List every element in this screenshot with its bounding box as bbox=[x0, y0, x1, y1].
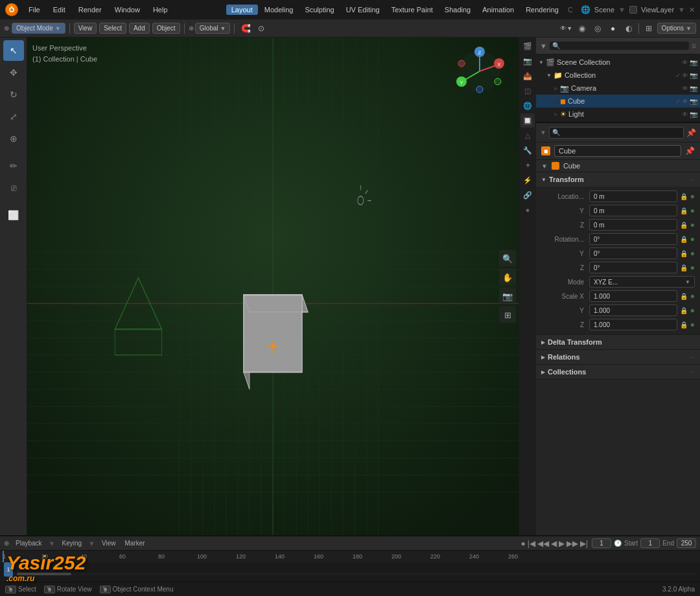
viewport-shading-3[interactable]: ● bbox=[606, 21, 620, 36]
pan-btn[interactable]: ✋ bbox=[499, 269, 516, 286]
tl-marker[interactable]: Marker bbox=[122, 539, 147, 547]
coll-eye-btn[interactable]: ✓ bbox=[675, 72, 681, 79]
outliner-menu-icon[interactable]: ≡ bbox=[692, 41, 696, 51]
viewport-gizmo[interactable]: Z X Y bbox=[454, 45, 506, 97]
transform-dots[interactable]: ··· bbox=[690, 176, 695, 183]
location-x-value[interactable]: 0 m bbox=[589, 190, 677, 202]
scene-collection-item[interactable]: ▼ 🎬 Scene Collection 👁 📷 bbox=[536, 56, 700, 69]
location-x-lock[interactable]: 🔒 bbox=[680, 193, 688, 200]
proportional-edit[interactable]: ⊙ bbox=[254, 21, 268, 36]
menu-edit[interactable]: Edit bbox=[48, 5, 71, 15]
start-frame-input[interactable]: 1 bbox=[640, 538, 660, 548]
object-menu[interactable]: Object bbox=[152, 23, 180, 34]
workspace-texture[interactable]: Texture Paint bbox=[386, 5, 438, 15]
props-constraints-icon[interactable]: 🔗 bbox=[520, 188, 535, 202]
rotation-x-dot[interactable]: ● bbox=[690, 235, 695, 244]
camera-view-btn[interactable]: 📷 bbox=[499, 288, 516, 304]
add-cube-tool[interactable]: ⬜ bbox=[3, 205, 24, 225]
cube-eye2-btn[interactable]: 👁 bbox=[682, 98, 688, 105]
editor-type[interactable]: ⊞ bbox=[642, 21, 656, 36]
workspace-uv[interactable]: UV Editing bbox=[341, 5, 385, 15]
location-y-value[interactable]: 0 m bbox=[589, 205, 677, 216]
cube-render-btn[interactable]: 📷 bbox=[690, 98, 697, 105]
next-frame-btn[interactable]: ▶▶ bbox=[566, 539, 578, 548]
workspace-modeling[interactable]: Modeling bbox=[259, 5, 299, 15]
zoom-in-btn[interactable]: 🔍 bbox=[499, 250, 516, 267]
transform-tool[interactable]: ⊕ bbox=[3, 128, 24, 149]
collections-header[interactable]: ▶ Collections ··· bbox=[536, 365, 700, 379]
menu-render[interactable]: Render bbox=[73, 5, 107, 15]
coll-render-btn[interactable]: 📷 bbox=[690, 72, 697, 79]
props-modifier-icon[interactable]: 🔧 bbox=[520, 143, 535, 157]
tl-keying[interactable]: Keying bbox=[59, 539, 84, 547]
location-z-dot[interactable]: ● bbox=[690, 220, 695, 229]
cursor-tool[interactable]: ↖ bbox=[3, 40, 24, 61]
rotation-y-lock[interactable]: 🔒 bbox=[680, 250, 688, 257]
scene-eye-btn[interactable]: 👁 bbox=[682, 59, 688, 66]
play-btn[interactable]: ▶ bbox=[559, 539, 565, 548]
rotation-z-dot[interactable]: ● bbox=[690, 263, 695, 272]
cube-item[interactable]: ▶ ◼ Cube ✓ 👁 📷 bbox=[536, 95, 700, 108]
view-menu[interactable]: View bbox=[74, 23, 97, 34]
rotation-y-dot[interactable]: ● bbox=[690, 249, 695, 258]
mode-select[interactable]: XYZ E... ▼ bbox=[589, 276, 695, 288]
tl-playback[interactable]: Playback bbox=[13, 539, 45, 547]
props-search-box[interactable]: 🔍 bbox=[549, 127, 684, 139]
rotation-z-value[interactable]: 0° bbox=[589, 262, 677, 273]
light-render-btn[interactable]: 📷 bbox=[690, 111, 697, 118]
scale-z-lock[interactable]: 🔒 bbox=[680, 321, 688, 328]
annotate-tool[interactable]: ✏ bbox=[3, 155, 24, 176]
end-frame-input[interactable]: 250 bbox=[677, 538, 696, 548]
skip-end-btn[interactable]: ▶| bbox=[580, 539, 588, 548]
skip-start-btn[interactable]: |◀ bbox=[528, 539, 535, 548]
workspace-layout[interactable]: Layout bbox=[226, 5, 258, 15]
light-eye-btn[interactable]: 👁 bbox=[682, 111, 688, 118]
relations-header[interactable]: ▶ Relations ··· bbox=[536, 350, 700, 364]
overlay-dropdown[interactable]: 👁▼ bbox=[559, 21, 574, 36]
scale-y-dot[interactable]: ● bbox=[690, 306, 695, 315]
measure-tool[interactable]: ⎚ bbox=[3, 178, 24, 198]
scale-z-dot[interactable]: ● bbox=[690, 320, 695, 329]
grid-view-btn[interactable]: ⊞ bbox=[499, 306, 516, 323]
scale-x-value[interactable]: 1.000 bbox=[589, 290, 677, 302]
transform-dropdown[interactable]: Global ▼ bbox=[195, 23, 231, 34]
location-x-dot[interactable]: ● bbox=[690, 192, 695, 201]
props-object-icon[interactable]: 🔲 bbox=[520, 113, 535, 128]
select-menu[interactable]: Select bbox=[99, 23, 126, 34]
menu-help[interactable]: Help bbox=[148, 5, 173, 15]
scene-render-btn[interactable]: 📷 bbox=[690, 59, 697, 66]
snap-toggle[interactable]: 🧲 bbox=[239, 21, 253, 36]
rotation-x-lock[interactable]: 🔒 bbox=[680, 236, 688, 243]
location-y-dot[interactable]: ● bbox=[690, 206, 695, 215]
move-tool[interactable]: ✥ bbox=[3, 62, 24, 83]
menu-window[interactable]: Window bbox=[110, 5, 145, 15]
props-scene-icon[interactable]: 🎬 bbox=[520, 39, 535, 53]
viewport-shading-1[interactable]: ◉ bbox=[575, 21, 589, 36]
props-physics-icon[interactable]: ⚡ bbox=[520, 173, 535, 187]
object-mode-dropdown[interactable]: Object Mode ▼ bbox=[12, 23, 65, 34]
props-object-data-icon[interactable]: △ bbox=[520, 128, 535, 143]
scale-x-dot[interactable]: ● bbox=[690, 292, 695, 301]
transform-header[interactable]: ▼ Transform ··· bbox=[536, 172, 700, 187]
props-output-icon[interactable]: 📤 bbox=[520, 69, 535, 83]
coll-eye2-btn[interactable]: 👁 bbox=[682, 72, 688, 79]
rotation-x-value[interactable]: 0° bbox=[589, 233, 677, 245]
props-materials-icon[interactable]: ● bbox=[520, 203, 535, 217]
collections-dots[interactable]: ··· bbox=[690, 369, 695, 376]
cam-eye-btn[interactable]: 👁 bbox=[682, 85, 688, 92]
delta-transform-header[interactable]: ▶ Delta Transform bbox=[536, 335, 700, 349]
workspace-sculpting[interactable]: Sculpting bbox=[299, 5, 339, 15]
location-y-lock[interactable]: 🔒 bbox=[680, 207, 688, 214]
object-name-input[interactable] bbox=[554, 145, 681, 157]
scale-y-lock[interactable]: 🔒 bbox=[680, 307, 688, 314]
menu-file[interactable]: File bbox=[23, 5, 45, 15]
rotate-tool[interactable]: ↻ bbox=[3, 84, 24, 105]
camera-item[interactable]: ▶ 📷 Camera 👁 📷 bbox=[536, 82, 700, 95]
workspace-animation[interactable]: Animation bbox=[477, 5, 519, 15]
prev-keyframe-btn[interactable]: ◀◀ bbox=[537, 539, 549, 548]
viewport[interactable]: User Perspective (1) Collection | Cube Z bbox=[27, 38, 519, 535]
props-particles-icon[interactable]: ✦ bbox=[520, 158, 535, 172]
light-item[interactable]: ▶ ☀ Light 👁 📷 bbox=[536, 108, 700, 120]
rotation-z-lock[interactable]: 🔒 bbox=[680, 264, 688, 271]
relations-dots[interactable]: ··· bbox=[690, 354, 695, 361]
